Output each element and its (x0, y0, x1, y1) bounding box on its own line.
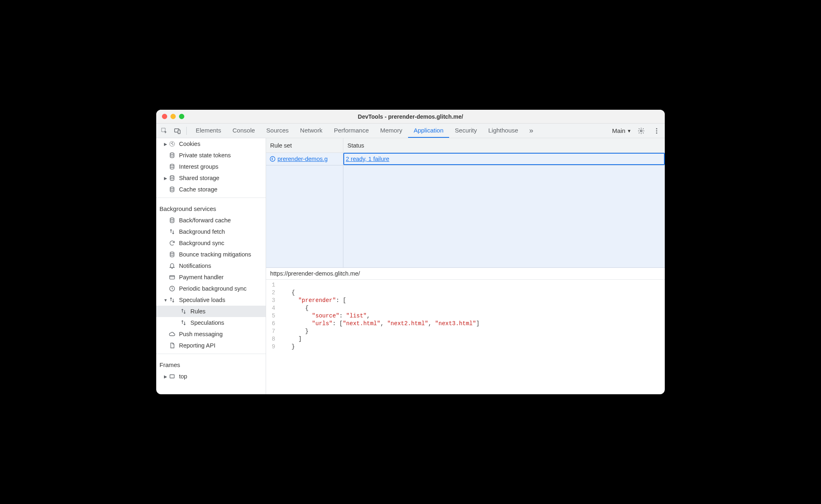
svg-point-7 (170, 141, 175, 146)
col-header-status[interactable]: Status (343, 142, 665, 149)
svg-point-5 (656, 130, 657, 131)
chevron-right-icon: ▶ (163, 142, 168, 146)
ruleset-link[interactable]: prerender-demos.g (266, 153, 343, 165)
sidebar-item-background-sync[interactable]: Background sync (156, 237, 266, 249)
clock-icon (168, 285, 176, 292)
tab-network[interactable]: Network (295, 124, 328, 138)
svg-point-13 (170, 176, 174, 177)
tab-memory[interactable]: Memory (375, 124, 408, 138)
sidebar-item-top[interactable]: ▶top (156, 371, 266, 382)
svg-point-14 (170, 187, 174, 189)
sidebar-item-bounce-tracking-mitigations[interactable]: Bounce tracking mitigations (156, 249, 266, 260)
sidebar-item-private-state-tokens[interactable]: Private state tokens (156, 150, 266, 161)
tab-lighthouse[interactable]: Lighthouse (483, 124, 524, 138)
target-selector[interactable]: Main ▼ (612, 127, 631, 134)
minimize-window-button[interactable] (170, 114, 176, 119)
maximize-window-button[interactable] (179, 114, 184, 119)
toolbar: ElementsConsoleSourcesNetworkPerformance… (156, 124, 665, 138)
svg-point-16 (170, 252, 174, 254)
db-icon (168, 163, 176, 170)
more-tabs-icon[interactable]: » (526, 125, 537, 137)
table-body: prerender-demos.g 2 ready, 1 failure (266, 153, 665, 268)
svg-rect-17 (170, 276, 175, 279)
sidebar-item-back-forward-cache[interactable]: Back/forward cache (156, 215, 266, 226)
sidebar-item-cache-storage[interactable]: Cache storage (156, 184, 266, 195)
updown-icon (180, 308, 187, 315)
sidebar-item-notifications[interactable]: Notifications (156, 260, 266, 272)
svg-point-11 (170, 153, 174, 154)
doc-icon (168, 342, 176, 349)
sidebar-item-interest-groups[interactable]: Interest groups (156, 161, 266, 172)
updown-icon (168, 296, 176, 304)
table-header: Rule set Status (266, 138, 665, 153)
svg-point-15 (170, 218, 174, 219)
db-icon (168, 152, 176, 159)
sidebar-item-cookies[interactable]: ▶Cookies (156, 138, 266, 150)
chevron-right-icon: ▶ (163, 374, 168, 379)
sidebar-item-reporting-api[interactable]: Reporting API (156, 340, 266, 351)
card-icon (168, 274, 176, 281)
sidebar-item-label: Speculations (190, 319, 224, 326)
body: ▶CookiesPrivate state tokensInterest gro… (156, 138, 665, 394)
sidebar-item-label: Cache storage (179, 186, 217, 193)
back-arrow-circle-icon (269, 156, 276, 162)
status-link[interactable]: 2 ready, 1 failure (343, 153, 665, 165)
sidebar-item-shared-storage[interactable]: ▶Shared storage (156, 172, 266, 184)
chevron-down-icon: ▼ (163, 298, 168, 302)
sidebar-item-label: Background fetch (179, 228, 225, 235)
svg-point-3 (640, 130, 642, 132)
toolbar-divider (186, 127, 187, 135)
sidebar-item-speculations[interactable]: Speculations (156, 317, 266, 328)
chevron-right-icon: ▶ (163, 176, 168, 180)
bell-icon (168, 262, 176, 269)
frame-icon (168, 373, 176, 380)
window-controls (156, 114, 184, 119)
sidebar-item-label: Rules (190, 308, 205, 315)
svg-point-6 (656, 132, 657, 133)
updown-icon (180, 319, 187, 326)
db-icon (168, 217, 176, 224)
tab-sources[interactable]: Sources (261, 124, 295, 138)
sidebar-item-label: Shared storage (179, 175, 219, 181)
sidebar-item-label: Private state tokens (179, 152, 231, 159)
svg-point-12 (170, 164, 174, 166)
section-frames: Frames (156, 356, 266, 371)
sidebar-item-background-fetch[interactable]: Background fetch (156, 226, 266, 237)
ruleset-name: prerender-demos.g (277, 156, 328, 162)
table-empty-area (266, 165, 665, 267)
sidebar-item-label: Reporting API (179, 342, 215, 349)
db-icon (168, 174, 176, 182)
svg-point-4 (656, 128, 657, 129)
col-header-rule[interactable]: Rule set (266, 138, 343, 152)
sidebar-item-push-messaging[interactable]: Push messaging (156, 328, 266, 340)
tab-application[interactable]: Application (408, 124, 449, 138)
code-content: { "prerender": [ { "source": "list", "ur… (279, 280, 483, 394)
tab-console[interactable]: Console (227, 124, 261, 138)
sidebar-item-label: Back/forward cache (179, 217, 231, 224)
inspect-icon[interactable] (159, 125, 170, 137)
status-text: 2 ready, 1 failure (346, 156, 389, 162)
sidebar-item-rules[interactable]: Rules (156, 306, 266, 317)
sidebar-item-label: Bounce tracking mitigations (179, 251, 251, 258)
tab-security[interactable]: Security (449, 124, 483, 138)
code-viewer: 123456789 { "prerender": [ { "source": "… (266, 280, 665, 394)
detail-url: https://prerender-demos.glitch.me/ (266, 268, 665, 280)
settings-icon[interactable] (635, 125, 647, 137)
chevron-down-icon: ▼ (627, 128, 631, 133)
tab-elements[interactable]: Elements (190, 124, 227, 138)
sidebar-item-label: top (179, 373, 187, 380)
sidebar-item-payment-handler[interactable]: Payment handler (156, 272, 266, 283)
kebab-menu-icon[interactable] (651, 125, 662, 137)
main-pane: Rule set Status prerender-demos.g 2 read… (266, 138, 665, 394)
sidebar-item-speculative-loads[interactable]: ▼Speculative loads (156, 294, 266, 306)
table-row[interactable]: prerender-demos.g 2 ready, 1 failure (266, 153, 665, 165)
device-toggle-icon[interactable] (172, 125, 183, 137)
updown-icon (168, 228, 176, 235)
sidebar-item-periodic-background-sync[interactable]: Periodic background sync (156, 283, 266, 294)
panel-tabs: ElementsConsoleSourcesNetworkPerformance… (190, 124, 524, 138)
close-window-button[interactable] (162, 114, 167, 119)
svg-rect-19 (170, 375, 175, 378)
section-background-services: Background services (156, 200, 266, 215)
cloud-icon (168, 330, 176, 338)
tab-performance[interactable]: Performance (328, 124, 375, 138)
